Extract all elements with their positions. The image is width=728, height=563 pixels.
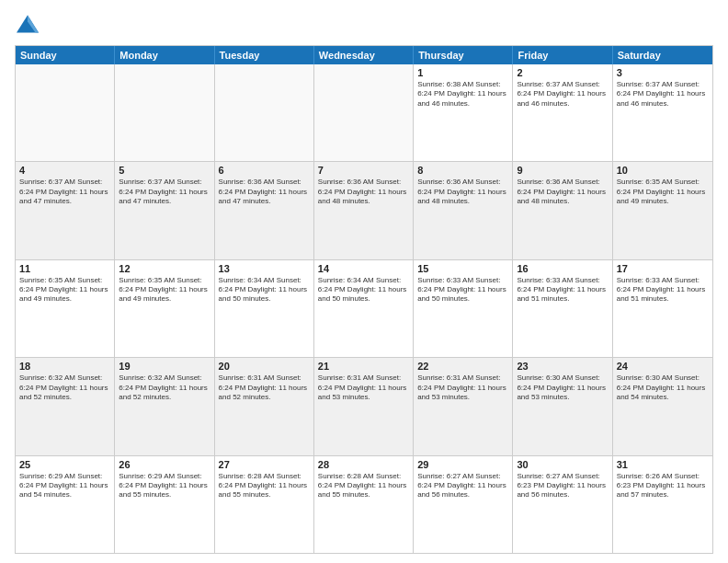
cell-info: Sunrise: 6:28 AM Sunset: 6:24 PM Dayligh…	[318, 472, 409, 500]
cell-info: Sunrise: 6:36 AM Sunset: 6:24 PM Dayligh…	[219, 178, 310, 206]
cell-info: Sunrise: 6:34 AM Sunset: 6:24 PM Dayligh…	[219, 276, 310, 304]
calendar-cell: 10Sunrise: 6:35 AM Sunset: 6:24 PM Dayli…	[613, 162, 712, 259]
logo-text	[15, 15, 39, 38]
cell-info: Sunrise: 6:33 AM Sunset: 6:24 PM Dayligh…	[617, 276, 709, 304]
header-sunday: Sunday	[16, 46, 115, 64]
calendar-cell: 1Sunrise: 6:38 AM Sunset: 6:24 PM Daylig…	[414, 64, 513, 161]
day-number: 26	[119, 459, 210, 470]
header-monday: Monday	[115, 46, 214, 64]
calendar-cell	[314, 64, 414, 161]
cell-info: Sunrise: 6:38 AM Sunset: 6:24 PM Dayligh…	[417, 80, 508, 109]
calendar-cell: 16Sunrise: 6:33 AM Sunset: 6:24 PM Dayli…	[513, 260, 612, 357]
day-number: 30	[517, 459, 608, 470]
header-thursday: Thursday	[414, 46, 513, 64]
logo-icon	[17, 15, 39, 33]
cell-info: Sunrise: 6:31 AM Sunset: 6:24 PM Dayligh…	[417, 373, 508, 402]
calendar-cell: 30Sunrise: 6:27 AM Sunset: 6:23 PM Dayli…	[513, 456, 612, 553]
calendar-cell: 24Sunrise: 6:30 AM Sunset: 6:24 PM Dayli…	[613, 358, 712, 454]
cell-info: Sunrise: 6:31 AM Sunset: 6:24 PM Dayligh…	[219, 373, 310, 402]
cell-info: Sunrise: 6:37 AM Sunset: 6:24 PM Dayligh…	[617, 80, 709, 109]
cell-info: Sunrise: 6:29 AM Sunset: 6:24 PM Dayligh…	[119, 472, 210, 500]
calendar-header: Sunday Monday Tuesday Wednesday Thursday…	[16, 46, 712, 64]
cell-info: Sunrise: 6:27 AM Sunset: 6:24 PM Dayligh…	[417, 472, 508, 500]
day-number: 20	[219, 361, 310, 372]
day-number: 10	[617, 165, 709, 176]
day-number: 8	[417, 165, 508, 176]
calendar-cell	[215, 64, 314, 161]
cell-info: Sunrise: 6:36 AM Sunset: 6:24 PM Dayligh…	[318, 178, 409, 206]
day-number: 14	[318, 263, 409, 274]
calendar-cell: 20Sunrise: 6:31 AM Sunset: 6:24 PM Dayli…	[215, 358, 314, 454]
cell-info: Sunrise: 6:34 AM Sunset: 6:24 PM Dayligh…	[318, 276, 409, 304]
day-number: 29	[417, 459, 508, 470]
calendar: Sunday Monday Tuesday Wednesday Thursday…	[15, 45, 713, 554]
day-number: 1	[417, 67, 508, 78]
cell-info: Sunrise: 6:29 AM Sunset: 6:24 PM Dayligh…	[19, 472, 110, 500]
day-number: 18	[19, 361, 110, 372]
day-number: 4	[19, 165, 110, 176]
cell-info: Sunrise: 6:32 AM Sunset: 6:24 PM Dayligh…	[119, 373, 210, 402]
calendar-row: 18Sunrise: 6:32 AM Sunset: 6:24 PM Dayli…	[16, 358, 712, 455]
calendar-cell: 3Sunrise: 6:37 AM Sunset: 6:24 PM Daylig…	[613, 64, 712, 161]
day-number: 13	[219, 263, 310, 274]
calendar-cell	[16, 64, 115, 161]
cell-info: Sunrise: 6:37 AM Sunset: 6:24 PM Dayligh…	[119, 178, 210, 206]
cell-info: Sunrise: 6:28 AM Sunset: 6:24 PM Dayligh…	[219, 472, 310, 500]
calendar-cell: 23Sunrise: 6:30 AM Sunset: 6:24 PM Dayli…	[513, 358, 612, 454]
calendar-cell: 17Sunrise: 6:33 AM Sunset: 6:24 PM Dayli…	[613, 260, 712, 357]
page: Sunday Monday Tuesday Wednesday Thursday…	[0, 0, 728, 563]
calendar-cell: 26Sunrise: 6:29 AM Sunset: 6:24 PM Dayli…	[115, 456, 214, 553]
calendar-cell: 13Sunrise: 6:34 AM Sunset: 6:24 PM Dayli…	[215, 260, 314, 357]
calendar-cell: 29Sunrise: 6:27 AM Sunset: 6:24 PM Dayli…	[414, 456, 513, 553]
calendar-body: 1Sunrise: 6:38 AM Sunset: 6:24 PM Daylig…	[16, 64, 712, 553]
cell-info: Sunrise: 6:35 AM Sunset: 6:24 PM Dayligh…	[617, 178, 709, 206]
cell-info: Sunrise: 6:33 AM Sunset: 6:24 PM Dayligh…	[417, 276, 508, 304]
day-number: 9	[517, 165, 608, 176]
logo	[15, 15, 39, 38]
cell-info: Sunrise: 6:26 AM Sunset: 6:23 PM Dayligh…	[617, 472, 709, 500]
calendar-cell: 28Sunrise: 6:28 AM Sunset: 6:24 PM Dayli…	[314, 456, 414, 553]
calendar-row: 4Sunrise: 6:37 AM Sunset: 6:24 PM Daylig…	[16, 162, 712, 259]
day-number: 24	[617, 361, 709, 372]
calendar-cell: 7Sunrise: 6:36 AM Sunset: 6:24 PM Daylig…	[314, 162, 414, 259]
cell-info: Sunrise: 6:31 AM Sunset: 6:24 PM Dayligh…	[318, 373, 409, 402]
calendar-cell: 25Sunrise: 6:29 AM Sunset: 6:24 PM Dayli…	[16, 456, 115, 553]
calendar-cell: 27Sunrise: 6:28 AM Sunset: 6:24 PM Dayli…	[215, 456, 314, 553]
day-number: 2	[517, 67, 608, 78]
day-number: 5	[119, 165, 210, 176]
calendar-row: 25Sunrise: 6:29 AM Sunset: 6:24 PM Dayli…	[16, 456, 712, 553]
cell-info: Sunrise: 6:30 AM Sunset: 6:24 PM Dayligh…	[517, 373, 608, 402]
header-tuesday: Tuesday	[215, 46, 314, 64]
calendar-cell: 2Sunrise: 6:37 AM Sunset: 6:24 PM Daylig…	[513, 64, 612, 161]
calendar-cell: 15Sunrise: 6:33 AM Sunset: 6:24 PM Dayli…	[414, 260, 513, 357]
day-number: 21	[318, 361, 409, 372]
calendar-cell: 5Sunrise: 6:37 AM Sunset: 6:24 PM Daylig…	[115, 162, 214, 259]
calendar-cell: 9Sunrise: 6:36 AM Sunset: 6:24 PM Daylig…	[513, 162, 612, 259]
day-number: 12	[119, 263, 210, 274]
calendar-row: 1Sunrise: 6:38 AM Sunset: 6:24 PM Daylig…	[16, 64, 712, 162]
cell-info: Sunrise: 6:35 AM Sunset: 6:24 PM Dayligh…	[19, 276, 110, 304]
day-number: 25	[19, 459, 110, 470]
day-number: 22	[417, 361, 508, 372]
header	[15, 15, 713, 38]
calendar-cell	[115, 64, 214, 161]
day-number: 16	[517, 263, 608, 274]
day-number: 7	[318, 165, 409, 176]
day-number: 17	[617, 263, 709, 274]
calendar-cell: 18Sunrise: 6:32 AM Sunset: 6:24 PM Dayli…	[16, 358, 115, 454]
cell-info: Sunrise: 6:37 AM Sunset: 6:24 PM Dayligh…	[517, 80, 608, 109]
calendar-cell: 19Sunrise: 6:32 AM Sunset: 6:24 PM Dayli…	[115, 358, 214, 454]
day-number: 28	[318, 459, 409, 470]
cell-info: Sunrise: 6:37 AM Sunset: 6:24 PM Dayligh…	[19, 178, 110, 206]
cell-info: Sunrise: 6:36 AM Sunset: 6:24 PM Dayligh…	[417, 178, 508, 206]
cell-info: Sunrise: 6:33 AM Sunset: 6:24 PM Dayligh…	[517, 276, 608, 304]
day-number: 3	[617, 67, 709, 78]
calendar-cell: 6Sunrise: 6:36 AM Sunset: 6:24 PM Daylig…	[215, 162, 314, 259]
calendar-cell: 4Sunrise: 6:37 AM Sunset: 6:24 PM Daylig…	[16, 162, 115, 259]
header-friday: Friday	[513, 46, 612, 64]
cell-info: Sunrise: 6:36 AM Sunset: 6:24 PM Dayligh…	[517, 178, 608, 206]
header-wednesday: Wednesday	[314, 46, 414, 64]
day-number: 23	[517, 361, 608, 372]
calendar-cell: 8Sunrise: 6:36 AM Sunset: 6:24 PM Daylig…	[414, 162, 513, 259]
calendar-cell: 31Sunrise: 6:26 AM Sunset: 6:23 PM Dayli…	[613, 456, 712, 553]
